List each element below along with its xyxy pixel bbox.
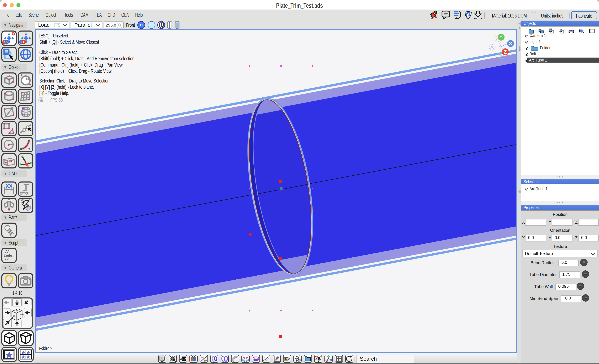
svg-text:Z: Z [326, 360, 327, 362]
svg-text:Sh: Sh [183, 357, 187, 361]
svg-text:Y: Y [328, 356, 329, 358]
svg-text:X: X [330, 359, 331, 361]
svg-text:XX: XX [6, 183, 12, 189]
svg-text:Z: Z [504, 49, 507, 55]
svg-text:G: G [285, 357, 287, 360]
svg-text://: // [5, 257, 9, 261]
svg-text://: // [5, 250, 9, 254]
